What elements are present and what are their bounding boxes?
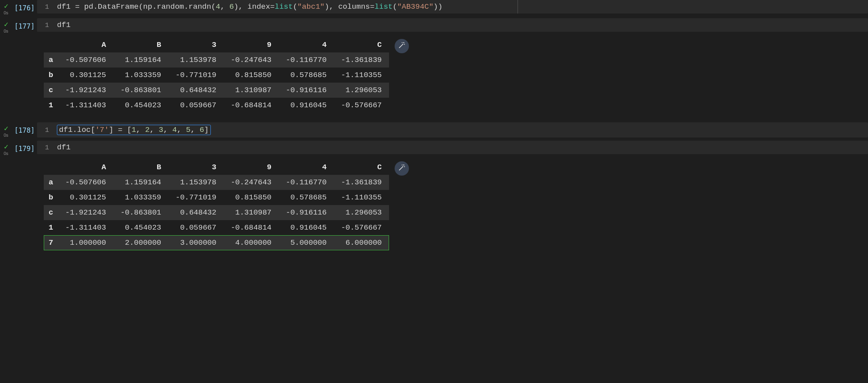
- line-number: 1: [41, 21, 49, 29]
- code-token: ,: [177, 126, 186, 134]
- df-col-header: 4: [279, 37, 334, 52]
- df-cell: -1.311403: [58, 220, 113, 235]
- suggest-charts-button[interactable]: [395, 39, 409, 53]
- dataframe-output: AB394Ca-0.5076061.1591641.153978-0.24764…: [44, 37, 389, 113]
- exec-time: 0s: [4, 151, 8, 156]
- check-icon: ✓: [4, 21, 9, 28]
- df-cell: -0.771019: [168, 190, 224, 205]
- code-token: pd.DataFrame(np.random.randn(: [84, 2, 216, 11]
- code-token: ,: [220, 2, 230, 11]
- code-token: list: [374, 2, 393, 11]
- exec-time: 0s: [4, 133, 8, 137]
- svg-point-1: [404, 44, 405, 44]
- code-input[interactable]: 1 df1.loc['7'] = [1, 2, 3, 4, 5, 6]: [37, 122, 868, 137]
- df-cell: 1.153978: [168, 52, 224, 68]
- notebook-cell[interactable]: ✓ 0s [179] 1 df1: [0, 141, 868, 156]
- df-cell: 1.159164: [113, 52, 169, 68]
- code-input[interactable]: 1 df1: [37, 18, 868, 32]
- code-token: 3: [159, 126, 163, 134]
- notebook-cell[interactable]: ✓ 0s [177] 1 df1: [0, 18, 868, 33]
- line-number: 1: [41, 144, 49, 151]
- code-token: ), columns=: [325, 2, 374, 11]
- df-cell: -0.507606: [58, 52, 113, 68]
- code-token: df1.loc[: [59, 126, 95, 134]
- df-cell: 1.000000: [58, 235, 113, 250]
- df-cell: 0.301125: [58, 68, 113, 83]
- table-row: a-0.5076061.1591641.153978-0.247643-0.11…: [44, 175, 389, 190]
- df-cell: 6.000000: [334, 235, 389, 250]
- code-input[interactable]: 1 df1: [37, 141, 868, 154]
- df-cell: -0.576667: [334, 98, 389, 113]
- line-number: 1: [41, 126, 49, 134]
- suggest-charts-button[interactable]: [395, 161, 409, 176]
- code-token: ,: [163, 126, 172, 134]
- df-col-header: A: [58, 37, 113, 52]
- code-token: =: [75, 2, 84, 11]
- df-cell: 0.916045: [279, 220, 334, 235]
- table-row: a-0.5076061.1591641.153978-0.247643-0.11…: [44, 52, 389, 68]
- df-cell: 2.000000: [113, 235, 169, 250]
- df-col-header: 3: [168, 160, 224, 175]
- code-token: )): [434, 2, 443, 11]
- df-cell: 3.000000: [168, 235, 224, 250]
- exec-count: [178]: [12, 122, 37, 134]
- table-row: 71.0000002.0000003.0000004.0000005.00000…: [44, 235, 389, 250]
- code-token: list: [275, 2, 293, 11]
- df-cell: -0.916116: [279, 205, 334, 220]
- exec-count: [177]: [12, 18, 37, 30]
- code-token: 4: [216, 2, 220, 11]
- code-text[interactable]: df1: [57, 143, 70, 152]
- df-col-header: 9: [224, 37, 279, 52]
- df-cell: -0.116770: [279, 52, 334, 68]
- df-col-header: B: [113, 160, 169, 175]
- table-row: c-1.921243-0.8638010.6484321.310987-0.91…: [44, 205, 389, 220]
- df-cell: -1.110355: [334, 68, 389, 83]
- code-token: ), index=: [234, 2, 275, 11]
- code-token: 5: [186, 126, 191, 134]
- df-cell: 1.296053: [334, 83, 389, 98]
- exec-count: [176]: [12, 0, 37, 12]
- code-token: 6: [229, 2, 234, 11]
- code-token: "abc1": [298, 2, 325, 11]
- exec-time: 0s: [4, 29, 8, 33]
- code-text[interactable]: df1: [57, 21, 70, 29]
- df-col-header: 3: [168, 37, 224, 52]
- code-token: "AB394C": [397, 2, 433, 11]
- df-cell: 0.578685: [279, 68, 334, 83]
- df-cell: 1.310987: [224, 205, 279, 220]
- df-col-header: A: [58, 160, 113, 175]
- df-cell: 0.578685: [279, 190, 334, 205]
- code-input[interactable]: 1 df1 = pd.DataFrame(np.random.randn(4, …: [37, 0, 868, 14]
- code-token: df1: [57, 143, 70, 152]
- code-token: ,: [150, 126, 159, 134]
- df-cell: 0.648432: [168, 83, 224, 98]
- df-cell: -0.684814: [224, 98, 279, 113]
- df-index: c: [44, 205, 58, 220]
- df-cell: 1.033359: [113, 190, 169, 205]
- notebook-cell[interactable]: ✓ 0s [178] 1 df1.loc['7'] = [1, 2, 3, 4,…: [0, 122, 868, 137]
- notebook-cell[interactable]: ✓ 0s [176] 1 df1 = pd.DataFrame(np.rando…: [0, 0, 868, 15]
- df-corner: [44, 37, 58, 52]
- df-cell: 0.059667: [168, 98, 224, 113]
- code-text[interactable]: df1 = pd.DataFrame(np.random.randn(4, 6)…: [57, 2, 442, 11]
- svg-point-5: [402, 164, 403, 165]
- df-cell: -1.921243: [58, 205, 113, 220]
- code-token: 1: [132, 126, 136, 134]
- df-index: b: [44, 68, 58, 83]
- cell-output: AB394Ca-0.5076061.1591641.153978-0.24764…: [44, 160, 868, 250]
- df-cell: 1.033359: [113, 68, 169, 83]
- df-index: b: [44, 190, 58, 205]
- df-cell: 4.000000: [224, 235, 279, 250]
- df-cell: -0.863801: [113, 205, 169, 220]
- df-cell: -1.311403: [58, 98, 113, 113]
- cell-gutter: ✓ 0s: [0, 122, 12, 137]
- exec-count: [179]: [12, 141, 37, 153]
- code-token: ] = [: [109, 126, 132, 134]
- code-token: (: [293, 2, 297, 11]
- code-text[interactable]: df1.loc['7'] = [1, 2, 3, 4, 5, 6]: [57, 125, 210, 135]
- df-index: 7: [44, 235, 58, 250]
- df-cell: -0.863801: [113, 83, 169, 98]
- wand-icon: [398, 164, 406, 174]
- df-cell: -1.921243: [58, 83, 113, 98]
- df-cell: 0.301125: [58, 190, 113, 205]
